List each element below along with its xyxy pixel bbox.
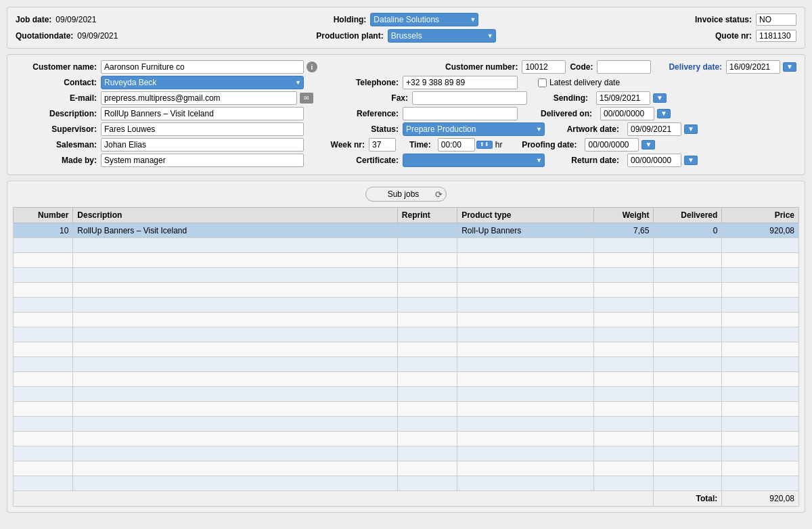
table-row[interactable]: 10 RollUp Banners – Visit Iceland Roll-U… [14,223,799,238]
certificate-select[interactable] [403,154,545,167]
cell-price [722,446,799,461]
fax-input[interactable] [412,91,527,105]
cell-description [73,372,398,387]
cell-description [73,461,398,476]
table-row[interactable] [14,313,799,327]
salesman-label: Salesman: [16,140,97,150]
table-row[interactable] [14,372,799,387]
delivery-date-arrow[interactable]: ▼ [783,62,796,72]
table-row[interactable] [14,327,799,342]
info-icon[interactable]: i [307,62,317,72]
telephone-input[interactable] [403,76,518,89]
row-customer: Customer name: i Customer number: Code: … [16,60,796,74]
cell-delivered [654,342,722,357]
description-label: Description: [16,109,97,118]
cell-description [73,298,398,313]
made-by-input[interactable] [101,154,304,167]
table-row[interactable] [14,253,799,268]
cell-weight: 7,65 [594,223,654,238]
cell-weight [594,238,654,253]
cell-number: 10 [14,223,73,238]
customer-number-input[interactable] [522,60,566,74]
email-label: E-mail: [16,93,97,103]
fax-label: Fax: [320,93,408,103]
row-description: Description: Reference: Delivered on: 00… [16,107,796,120]
time-spinner[interactable]: ⬆⬇ [476,141,493,149]
table-row[interactable] [14,342,799,357]
cell-delivered [654,268,722,283]
table-row[interactable] [14,476,799,491]
cell-reprint [397,387,457,402]
code-input[interactable] [597,60,651,74]
subjobs-select[interactable]: Sub jobs [365,187,447,202]
cell-price: 920,08 [722,223,799,238]
table-row[interactable] [14,238,799,253]
week-nr-input[interactable] [369,138,396,152]
production-plant-select[interactable]: Brussels [388,29,496,43]
cell-delivered [654,357,722,372]
production-plant-group: Production plant: Brussels [211,29,602,43]
holding-select[interactable]: Dataline Solutions [370,13,478,26]
main-container: Job date: 09/09/2021 Holding: Dataline S… [0,0,812,520]
cell-delivered [654,446,722,461]
supervisor-input[interactable] [101,122,304,136]
cell-delivered [654,387,722,402]
table-row[interactable] [14,387,799,402]
table-row[interactable] [14,357,799,372]
reference-input[interactable] [403,107,518,120]
description-input[interactable] [101,107,304,120]
reference-label: Reference: [311,109,399,118]
cell-price [722,432,799,446]
cell-number [14,313,73,327]
cell-number [14,372,73,387]
quote-nr-label: Quote nr: [715,31,752,41]
proofing-date-label: Proofing date: [516,140,577,150]
holding-group: Holding: Dataline Solutions [211,13,602,26]
col-weight: Weight [594,208,654,223]
table-row[interactable] [14,283,799,298]
table-row[interactable] [14,268,799,283]
cell-delivered [654,402,722,417]
customer-name-input[interactable] [101,60,304,74]
production-plant-select-wrapper: Brussels [388,29,496,43]
table-row[interactable] [14,432,799,446]
quotation-date-value: 09/09/2021 [77,31,118,41]
certificate-label: Certificate: [311,156,399,165]
row-salesman: Salesman: Week nr: Time: ⬆⬇ hr Proofing … [16,138,796,152]
quote-nr-group: Quote nr: 1181130 [602,30,797,42]
artwork-date-arrow[interactable]: ▼ [684,124,698,134]
cell-weight [594,357,654,372]
cell-price [722,268,799,283]
contact-select[interactable]: Ruveyda Beck [101,76,304,89]
cell-description [73,387,398,402]
delivered-on-arrow[interactable]: ▼ [657,109,671,118]
certificate-select-wrapper [403,154,545,167]
time-input[interactable] [438,138,475,152]
latest-delivery-date-group: Latest delivery date [538,78,620,87]
return-date-arrow[interactable]: ▼ [684,156,698,165]
table-row[interactable] [14,298,799,313]
cell-delivered: 0 [654,223,722,238]
proofing-date-arrow[interactable]: ▼ [641,140,655,150]
col-reprint: Reprint [397,208,457,223]
latest-delivery-date-checkbox[interactable] [538,78,547,87]
table-row[interactable] [14,446,799,461]
cell-product-type [457,446,594,461]
table-row[interactable] [14,461,799,476]
cell-delivered [654,461,722,476]
cell-description [73,342,398,357]
cell-weight [594,461,654,476]
job-date-group: Job date: 09/09/2021 [16,15,211,24]
status-select[interactable]: Prepare Production [403,122,545,136]
holding-label: Holding: [334,15,367,24]
email-input[interactable] [101,91,297,105]
table-row[interactable] [14,402,799,417]
salesman-input[interactable] [101,138,304,152]
sending-date-arrow[interactable]: ▼ [653,93,667,103]
cell-description [73,327,398,342]
cell-reprint [397,357,457,372]
cell-weight [594,402,654,417]
cell-weight [594,268,654,283]
email-icon[interactable]: ✉ [300,93,313,104]
table-row[interactable] [14,417,799,432]
